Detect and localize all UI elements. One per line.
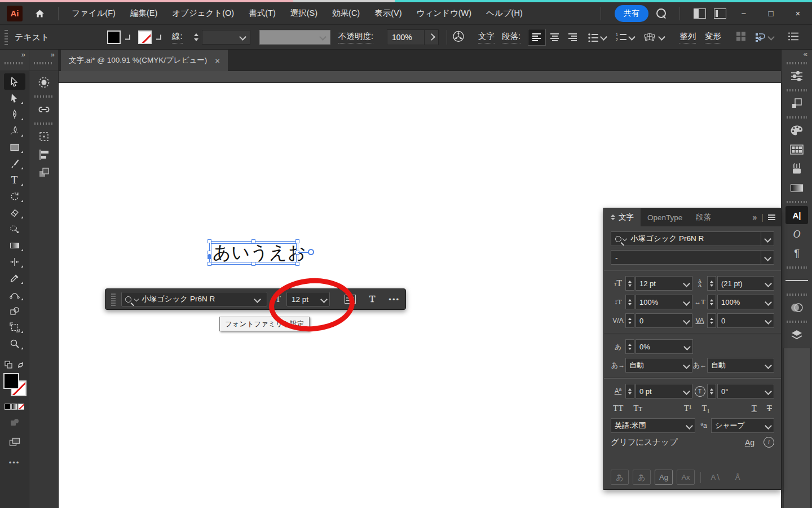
font-family-chevron[interactable] (252, 292, 263, 306)
font-style-chevron[interactable] (761, 251, 774, 264)
dock-drag-handle[interactable] (34, 122, 54, 125)
baseline-shift-field[interactable]: 0 pt (636, 384, 692, 398)
paragraph-panel-icon[interactable]: ¶ (785, 244, 808, 262)
menu-object[interactable]: オブジェクト(O) (165, 2, 241, 25)
zoom-tool[interactable] (4, 335, 25, 352)
share-button[interactable]: 共有 (615, 5, 648, 22)
underline-button[interactable]: T (752, 404, 757, 413)
bullet-list-button[interactable] (588, 33, 606, 42)
menu-select[interactable]: 選択(S) (283, 2, 325, 25)
dock2-drag-handle[interactable] (34, 62, 54, 64)
dock-drag-handle[interactable] (787, 89, 807, 91)
align-center-button[interactable] (546, 29, 564, 46)
character-rotation-field[interactable]: 0° (717, 384, 774, 398)
paintbrush-tool[interactable] (4, 155, 25, 172)
snap-option-x-height[interactable]: Ax (677, 470, 695, 485)
swatches-icon[interactable] (785, 141, 808, 159)
selection-handle[interactable] (251, 239, 255, 243)
width-tool[interactable] (4, 253, 25, 270)
edit-toolbar-icon[interactable]: ••• (9, 458, 20, 467)
snap-option-ring[interactable]: Å (729, 470, 747, 485)
properties-icon[interactable] (785, 67, 808, 85)
workspace-switcher-icon[interactable] (714, 8, 726, 19)
text-anchor-point[interactable] (208, 255, 211, 259)
dock2-expand-icon[interactable]: » (51, 50, 55, 59)
direct-selection-tool[interactable] (4, 90, 25, 106)
strikethrough-button[interactable]: Ŧ (767, 404, 772, 413)
snap-option-em-box[interactable]: あ (611, 470, 629, 485)
taskbar-more-icon[interactable]: ••• (389, 295, 400, 304)
dock-collapse-icon[interactable]: « (799, 50, 812, 59)
panel-font-family-dropdown[interactable]: 小塚ゴシック Pr6N R (611, 231, 774, 246)
gradient-tool[interactable] (4, 237, 25, 253)
menu-effect[interactable]: 効果(C) (325, 2, 367, 25)
font-family-dropdown[interactable]: 小塚ゴシック Pr6N R (121, 292, 267, 306)
color-button[interactable] (5, 404, 11, 410)
all-caps-button[interactable]: TT (613, 404, 623, 413)
adjust-icon[interactable] (33, 73, 55, 91)
dock-drag-handle[interactable] (34, 95, 54, 98)
maximize-button[interactable]: □ (761, 5, 780, 22)
align-panel-link[interactable]: 整列 (679, 31, 696, 43)
close-button[interactable]: × (788, 5, 807, 22)
curvature-tool[interactable] (4, 122, 25, 139)
minimize-button[interactable]: − (734, 5, 753, 22)
touch-type-icon[interactable]: T (369, 294, 375, 305)
eyedropper-tool[interactable] (4, 270, 25, 286)
transform-panel-link[interactable]: 変形 (705, 31, 721, 43)
dock-drag-handle[interactable] (787, 321, 807, 323)
panel-menu-icon[interactable] (768, 214, 775, 220)
fill-color-dropdown-icon[interactable] (125, 34, 130, 40)
character-panel-link[interactable]: 文字 (478, 31, 495, 43)
selection-handle[interactable] (208, 262, 211, 266)
brush-definition-dropdown[interactable] (259, 30, 330, 45)
align-right-button[interactable] (564, 29, 582, 46)
stroke-color-dropdown-icon[interactable] (156, 34, 161, 40)
character-rotation-stepper[interactable] (707, 384, 716, 398)
document-tab[interactable]: 文字.ai* @ 100.91 %(CMYK/プレビュー) × (61, 50, 228, 71)
vertical-scale-stepper[interactable] (625, 295, 634, 309)
drawing-mode-icon[interactable] (9, 437, 20, 448)
link-icon[interactable] (33, 100, 55, 119)
language-dropdown[interactable]: 英語:米国 (611, 418, 695, 433)
superscript-button[interactable]: T¹ (684, 404, 692, 413)
arrange-icon[interactable] (33, 164, 55, 182)
fill-swatch-black[interactable] (3, 373, 19, 389)
selection-tool[interactable] (4, 73, 25, 90)
text-flow-port[interactable] (308, 249, 314, 255)
transform-icon[interactable] (33, 128, 55, 146)
stroke-weight-dropdown[interactable] (202, 30, 250, 45)
kerning-stepper[interactable] (625, 313, 634, 328)
horizontal-scale-stepper[interactable] (707, 295, 716, 309)
eraser-tool[interactable] (4, 204, 25, 221)
aki-left-dropdown[interactable]: 自動 (625, 358, 692, 373)
selection-handle[interactable] (208, 239, 211, 243)
snap-option-angle[interactable]: A∖ (707, 470, 725, 485)
search-icon[interactable] (656, 8, 666, 18)
stroke-weight-stepper[interactable] (192, 33, 201, 41)
transparency-icon[interactable] (785, 299, 808, 317)
menu-help[interactable]: ヘルプ(H) (479, 2, 530, 25)
selection-handle[interactable] (208, 251, 211, 255)
font-family-chevron[interactable] (761, 232, 774, 246)
layers-icon[interactable] (785, 326, 808, 344)
rectangle-tool[interactable] (4, 139, 25, 155)
color-icon[interactable] (785, 121, 808, 139)
tab-paragraph[interactable]: 段落 (689, 208, 718, 226)
menu-edit[interactable]: 編集(E) (123, 2, 165, 25)
tsume-field[interactable]: 0% (636, 339, 693, 354)
tab-character[interactable]: 文字 (604, 208, 641, 226)
aki-right-dropdown[interactable]: 自動 (707, 358, 774, 373)
dock-drag-handle[interactable] (787, 116, 807, 119)
selection-handle[interactable] (251, 262, 255, 266)
taskbar-drag-handle[interactable] (111, 292, 116, 306)
snap-glyph-ag-icon[interactable]: Ag (745, 438, 754, 447)
toolbar-expand-icon[interactable]: » (21, 50, 25, 59)
snap-option-glyph-bounds[interactable]: Ag (655, 470, 673, 485)
control-bar-drag-handle[interactable] (5, 29, 8, 45)
opacity-label[interactable]: 不透明度: (338, 31, 373, 43)
leading-stepper[interactable] (707, 276, 716, 291)
stroke-color-swatch[interactable] (138, 30, 152, 44)
vertical-scale-field[interactable]: 100% (636, 295, 692, 309)
tracking-field[interactable]: 0 (717, 313, 774, 328)
